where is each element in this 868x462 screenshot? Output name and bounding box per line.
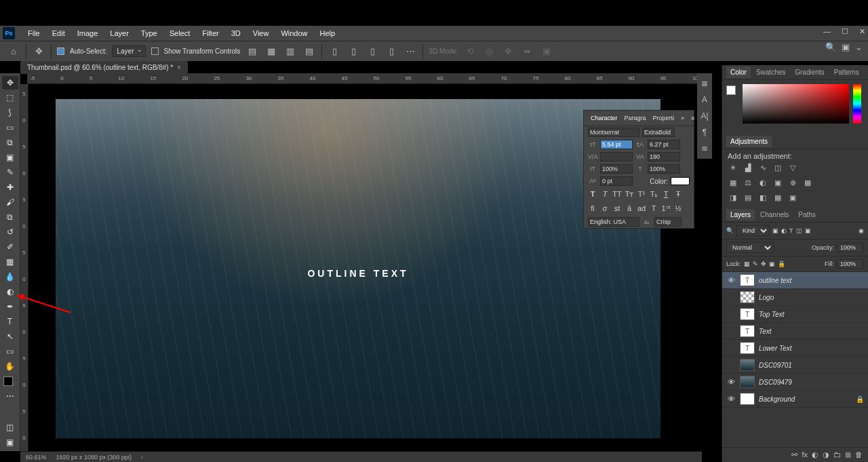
menu-type[interactable]: Type [135,29,163,37]
lock-transparent-icon[interactable]: ▦ [744,261,750,267]
brightness-icon[interactable]: ☀ [728,163,738,172]
history-brush-tool[interactable]: ↺ [2,225,18,239]
distribute-bottom-icon[interactable]: ▯ [366,45,379,58]
status-chevron-icon[interactable]: › [141,454,143,461]
photofilter-icon[interactable]: ▣ [772,178,783,187]
clone-tool[interactable]: ⧉ [2,210,18,224]
quick-mask-tool[interactable]: ◫ [2,421,18,434]
hscale-field[interactable] [648,164,680,174]
adjustments-tab[interactable]: Adjustments [726,136,772,147]
dodge-tool[interactable]: ◐ [2,285,18,299]
filter-smart-icon[interactable]: ▣ [805,227,811,234]
color-field[interactable] [743,84,849,123]
vibrance-icon[interactable]: ▽ [787,163,798,172]
selectivecolor-icon[interactable]: ▣ [787,193,798,202]
tab-close-icon[interactable]: × [177,64,181,71]
color-swatches[interactable] [3,377,17,390]
stylistic-button[interactable]: ad [637,204,646,213]
home-icon[interactable]: ⌂ [7,45,20,58]
frame-tool[interactable]: ▣ [2,151,18,164]
layer-mask-icon[interactable]: ◐ [812,450,818,459]
blur-tool[interactable]: 💧 [2,270,18,284]
smallcaps-button[interactable]: Tᴛ [625,190,634,199]
menu-help[interactable]: Help [314,29,342,37]
show-transform-checkbox[interactable] [151,47,159,55]
canvas-text[interactable]: OUTLINE TEXT [56,268,660,279]
underline-button[interactable]: T [661,190,671,199]
panel-menu-icon[interactable]: ≡ [688,113,697,123]
text-color-swatch[interactable] [671,177,690,185]
exposure-icon[interactable]: ◫ [772,163,783,172]
close-button[interactable]: ✕ [859,27,865,36]
baseline-field[interactable] [600,176,633,186]
move-tool-icon[interactable]: ✥ [32,45,45,58]
link-layers-icon[interactable]: ⚯ [791,450,797,459]
colorlookup-icon[interactable]: ▦ [802,178,813,187]
layer-thumb[interactable] [740,359,755,371]
canvas[interactable]: OUTLINE TEXT [56,99,660,438]
tab-paragraph[interactable]: Paragra [622,113,649,123]
posterize-icon[interactable]: ▤ [743,193,753,202]
kerning-field[interactable] [600,152,633,161]
paths-tab[interactable]: Paths [794,209,820,220]
layer-name[interactable]: DSC09479 [759,379,864,386]
more-options-icon[interactable]: ⋯ [403,45,417,58]
swash-button[interactable]: ā [625,204,634,213]
hand-tool[interactable]: ✋ [2,360,18,373]
font-style-field[interactable] [642,128,675,137]
tab-character[interactable]: Character [588,113,620,123]
layer-name[interactable]: Top Text [759,311,864,318]
zoom-readout[interactable]: 60.61% [26,454,47,461]
opacity-field[interactable] [837,243,864,252]
document-tab[interactable]: Thumbnail.psd @ 60.6% (outline text, RGB… [20,61,188,74]
allcaps-button[interactable]: TT [612,190,622,199]
swatches-tab[interactable]: Swatches [752,66,789,78]
filter-search-icon[interactable]: 🔍 [726,227,734,234]
edit-toolbar[interactable]: ⋯ [2,389,18,403]
curves-icon[interactable]: ∿ [757,163,768,172]
filter-pixel-icon[interactable]: ▣ [772,227,778,234]
layer-row[interactable]: DSC09701 [722,357,868,374]
filter-toggle[interactable]: ◉ [859,227,864,234]
align-top-icon[interactable]: ▤ [302,45,316,58]
align-right-icon[interactable]: ▥ [283,45,297,58]
visibility-toggle[interactable]: 👁 [726,276,736,284]
styles-icon[interactable]: ≋ [701,144,708,153]
layer-name[interactable]: DSC09701 [759,362,864,369]
autoselect-target-dropdown[interactable]: Layer [112,45,145,57]
gradient-tool[interactable]: ▦ [2,255,18,269]
menu-edit[interactable]: Edit [46,29,71,37]
levels-icon[interactable]: ▟ [743,163,753,172]
lock-position-icon[interactable]: ✥ [761,261,766,267]
fi-ligature-button[interactable]: fi [588,204,597,213]
layer-thumb[interactable]: T [740,342,755,354]
tab-properties[interactable]: Properti [650,113,677,123]
layer-row[interactable]: TText [722,323,868,340]
gradmap-icon[interactable]: ▦ [772,193,783,202]
layer-name[interactable]: outline text [759,277,864,284]
layer-thumb[interactable]: T [740,274,755,286]
layer-name[interactable]: Lower Text [759,345,864,352]
character-icon[interactable]: A [702,95,707,104]
fill-field[interactable] [837,259,864,269]
glyphs-icon[interactable]: A| [701,111,708,121]
autoselect-checkbox[interactable] [57,47,64,55]
subscript-button[interactable]: T₁ [649,190,658,199]
pen-tool[interactable]: ✒ [2,300,18,313]
menu-3d[interactable]: 3D [225,29,247,37]
leading-field[interactable] [648,140,680,149]
align-center-icon[interactable]: ▦ [264,45,278,58]
patterns-tab[interactable]: Patterns [830,66,863,78]
align-left-icon[interactable]: ▤ [245,45,259,58]
layer-row[interactable]: TTop Text [722,306,868,323]
threshold-icon[interactable]: ◧ [757,193,768,202]
color-fgbg[interactable] [726,85,740,99]
lock-all-icon[interactable]: 🔒 [778,261,785,267]
ordinals-button[interactable]: 1ˢᵗ [661,204,671,213]
panel-expand-icon[interactable]: » [678,113,687,123]
visibility-toggle[interactable]: 👁 [726,395,736,403]
visibility-toggle[interactable]: 👁 [726,378,736,386]
menu-layer[interactable]: Layer [104,29,135,37]
language-field[interactable] [588,217,639,227]
object-select-tool[interactable]: ▭ [2,121,18,134]
